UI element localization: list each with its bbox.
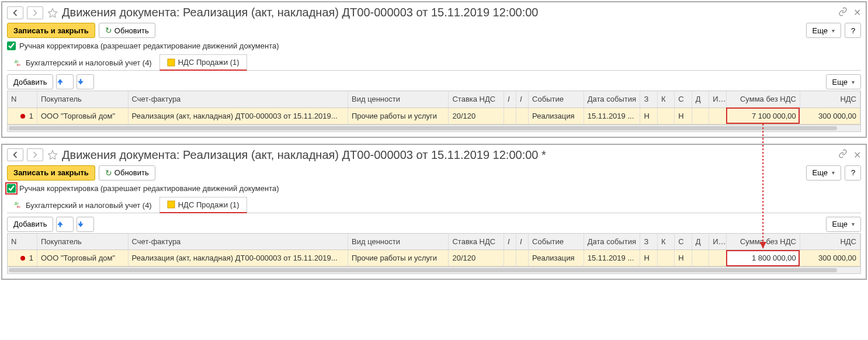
cell-s5[interactable] (709, 250, 726, 266)
help-button[interactable]: ? (845, 165, 861, 181)
col-buyer[interactable]: Покупатель (37, 91, 128, 107)
help-button[interactable]: ? (845, 23, 861, 38)
cell-vatrate[interactable]: 20/120 (449, 250, 504, 266)
col-s5[interactable]: И... (709, 234, 726, 250)
cell-s1[interactable]: Н (640, 250, 657, 266)
data-grid[interactable]: N Покупатель Счет-фактура Вид ценности С… (7, 91, 861, 132)
table-row[interactable]: 1 ООО "Торговый дом" Реализация (акт, на… (8, 250, 860, 266)
cell-sum-novat[interactable]: 7 100 000,00 (726, 107, 800, 124)
col-sum[interactable]: Сумма без НДС (726, 234, 800, 250)
col-s2[interactable]: К (657, 234, 674, 250)
cell-s2[interactable] (657, 250, 674, 266)
data-grid[interactable]: N Покупатель Счет-фактура Вид ценности С… (7, 233, 861, 275)
cell-vatrate[interactable]: 20/120 (449, 107, 504, 124)
col-valtype[interactable]: Вид ценности (348, 91, 449, 107)
add-row-button[interactable]: Добавить (7, 217, 53, 232)
cell-evdate[interactable]: 15.11.2019 ... (584, 250, 640, 266)
cell-s2[interactable] (657, 107, 674, 124)
col-invoice[interactable]: Счет-фактура (128, 91, 348, 107)
cell-vat[interactable]: 300 000,00 (800, 250, 860, 266)
col-flag-r[interactable]: I (516, 234, 529, 250)
cell-s5[interactable] (709, 107, 726, 124)
cell-valtype[interactable]: Прочие работы и услуги (348, 250, 449, 266)
cell-buyer[interactable]: ООО "Торговый дом" (37, 250, 128, 266)
cell-vat[interactable]: 300 000,00 (800, 107, 860, 124)
cell-sum-novat[interactable]: 1 800 000,00 (726, 250, 800, 266)
col-n[interactable]: N (8, 234, 37, 250)
cell-flag-l[interactable] (504, 250, 516, 266)
col-event[interactable]: Событие (529, 91, 584, 107)
col-s3[interactable]: С (675, 234, 692, 250)
tab-accounting[interactable]: ДтКт Бухгалтерский и налоговый учет (4) (7, 197, 159, 213)
col-s1[interactable]: З (640, 234, 657, 250)
col-n[interactable]: N (8, 91, 37, 107)
col-vat[interactable]: НДС (800, 234, 860, 250)
col-sum[interactable]: Сумма без НДС (726, 91, 800, 107)
col-evdate[interactable]: Дата события (584, 91, 640, 107)
cell-s1[interactable]: Н (640, 107, 657, 124)
cell-valtype[interactable]: Прочие работы и услуги (348, 107, 449, 124)
cell-s4[interactable] (692, 250, 709, 266)
col-evdate[interactable]: Дата события (584, 234, 640, 250)
cell-buyer[interactable]: ООО "Торговый дом" (37, 107, 128, 124)
table-more-button[interactable]: Еще (826, 74, 861, 89)
col-vatrate[interactable]: Ставка НДС (449, 234, 504, 250)
move-down-button[interactable] (77, 217, 94, 232)
more-button[interactable]: Еще (806, 165, 841, 181)
move-up-button[interactable] (56, 74, 74, 89)
tab-vat-sales[interactable]: НДС Продажи (1) (159, 197, 247, 213)
col-s4[interactable]: Д (692, 234, 709, 250)
close-icon[interactable]: ✕ (853, 7, 861, 18)
close-icon[interactable]: ✕ (853, 150, 861, 161)
col-vat[interactable]: НДС (800, 91, 860, 107)
horizontal-scrollbar[interactable] (8, 266, 860, 273)
col-s1[interactable]: З (640, 91, 657, 107)
table-more-button[interactable]: Еще (826, 217, 861, 232)
col-flag-l[interactable]: I (504, 234, 516, 250)
manual-correction-checkbox[interactable] (7, 184, 16, 193)
cell-s4[interactable] (692, 107, 709, 124)
link-icon[interactable] (838, 149, 848, 161)
col-s4[interactable]: Д (692, 91, 709, 107)
save-close-button[interactable]: Записать и закрыть (7, 23, 95, 38)
col-s2[interactable]: К (657, 91, 674, 107)
col-invoice[interactable]: Счет-фактура (128, 234, 348, 250)
cell-flag-r[interactable] (516, 107, 529, 124)
add-row-button[interactable]: Добавить (7, 74, 53, 89)
more-button[interactable]: Еще (806, 23, 841, 38)
col-vatrate[interactable]: Ставка НДС (449, 91, 504, 107)
cell-n[interactable]: 1 (8, 250, 37, 266)
cell-n[interactable]: 1 (8, 107, 37, 124)
cell-invoice[interactable]: Реализация (акт, накладная) ДТ00-000003 … (128, 107, 348, 124)
favorite-star-icon[interactable] (47, 149, 58, 161)
nav-forward-button[interactable] (27, 6, 43, 19)
table-row[interactable]: 1 ООО "Торговый дом" Реализация (акт, на… (8, 107, 860, 124)
nav-back-button[interactable] (7, 6, 23, 19)
col-valtype[interactable]: Вид ценности (348, 234, 449, 250)
cell-event[interactable]: Реализация (529, 250, 584, 266)
col-flag-r[interactable]: I (516, 91, 529, 107)
horizontal-scrollbar[interactable] (8, 124, 860, 131)
col-buyer[interactable]: Покупатель (37, 234, 128, 250)
move-down-button[interactable] (77, 74, 94, 89)
col-flag-l[interactable]: I (504, 91, 516, 107)
nav-back-button[interactable] (7, 148, 23, 161)
save-close-button[interactable]: Записать и закрыть (7, 165, 95, 181)
refresh-button[interactable]: ↻Обновить (99, 23, 155, 38)
move-up-button[interactable] (56, 217, 74, 232)
cell-event[interactable]: Реализация (529, 107, 584, 124)
nav-forward-button[interactable] (27, 148, 43, 161)
col-s3[interactable]: С (675, 91, 692, 107)
manual-correction-checkbox[interactable] (7, 41, 16, 50)
cell-flag-l[interactable] (504, 107, 516, 124)
tab-accounting[interactable]: ДтКт Бухгалтерский и налоговый учет (4) (7, 54, 159, 71)
col-s5[interactable]: И... (709, 91, 726, 107)
cell-s3[interactable]: Н (675, 107, 692, 124)
cell-invoice[interactable]: Реализация (акт, накладная) ДТ00-000003 … (128, 250, 348, 266)
cell-s3[interactable]: Н (675, 250, 692, 266)
favorite-star-icon[interactable] (47, 7, 58, 19)
link-icon[interactable] (838, 7, 848, 19)
col-event[interactable]: Событие (529, 234, 584, 250)
refresh-button[interactable]: ↻Обновить (99, 165, 155, 181)
tab-vat-sales[interactable]: НДС Продажи (1) (159, 54, 247, 71)
